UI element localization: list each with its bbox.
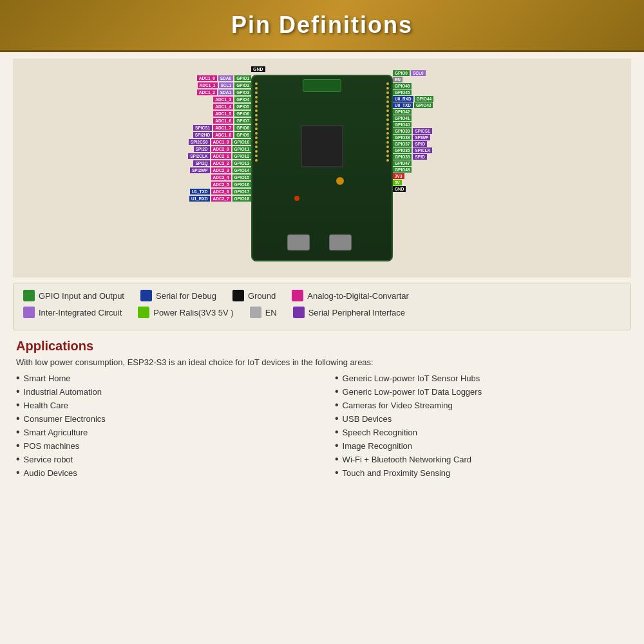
legend-gpio-label: GPIO Input and Output [39, 291, 124, 301]
legend-ground-label: Ground [248, 291, 276, 301]
right-pin-labels: GPIO0 SCL0 EN GPIO46 GPIO45 U0_RXD GPIO4… [393, 65, 535, 271]
list-item: Image Recognition [335, 441, 628, 451]
legend-en-color [250, 307, 261, 318]
gnd-label: GND [251, 66, 265, 72]
list-item: Speech Recognition [335, 428, 628, 437]
legend-serial-color [140, 290, 152, 301]
legend-row-1: GPIO Input and Output Serial for Debug G… [23, 290, 621, 301]
applications-section: Applications With low power consumption,… [13, 334, 631, 487]
list-item: Generic Low-power IoT Data Loggers [335, 387, 628, 397]
applications-description: With low power consumption, ESP32-S3 is … [16, 357, 628, 367]
pcb-chip [301, 125, 343, 167]
left-pin-labels: GND ADC1_0 SDA0 GPIO1 ADC1_1 SCL1 GPIO2 … [109, 65, 251, 271]
pcb-main [251, 75, 393, 261]
app-list-right: Generic Low-power IoT Sensor Hubs Generi… [335, 374, 628, 482]
legend-spi-color [293, 307, 305, 318]
legend-serial: Serial for Debug [140, 290, 216, 301]
legend-i2c: Inter-Integrated Circuit [23, 307, 122, 318]
list-item: Wi-Fi + Bluetooth Networking Card [335, 455, 628, 464]
main-content: GND ADC1_0 SDA0 GPIO1 ADC1_1 SCL1 GPIO2 … [0, 52, 644, 493]
pin-diagram-section: GND ADC1_0 SDA0 GPIO1 ADC1_1 SCL1 GPIO2 … [13, 59, 631, 278]
legend-adc: Analog-to-Digital-Convartar [292, 290, 409, 301]
legend-serial-label: Serial for Debug [156, 291, 216, 301]
applications-title: Applications [16, 339, 628, 354]
legend-section: GPIO Input and Output Serial for Debug G… [13, 283, 631, 330]
legend-power: Power Ralis(3V3 5V ) [138, 307, 233, 318]
legend-power-label: Power Ralis(3V3 5V ) [153, 308, 233, 317]
legend-i2c-label: Inter-Integrated Circuit [39, 308, 122, 317]
legend-i2c-color [23, 307, 35, 318]
list-item: Consumer Electronics [16, 414, 309, 424]
legend-row-2: Inter-Integrated Circuit Power Ralis(3V3… [23, 307, 621, 318]
list-item: Industrial Automation [16, 387, 309, 397]
legend-gpio-color [23, 290, 35, 301]
page-title: Pin Definitions [0, 12, 644, 39]
list-item: Audio Devices [16, 468, 309, 478]
list-item: Smart Agriculture [16, 428, 309, 437]
legend-en: EN [250, 307, 277, 318]
pin-diagram-wrapper: GND ADC1_0 SDA0 GPIO1 ADC1_1 SCL1 GPIO2 … [109, 65, 535, 271]
list-item: Generic Low-power IoT Sensor Hubs [335, 374, 628, 383]
legend-ground-color [232, 290, 244, 301]
legend-en-label: EN [265, 308, 277, 317]
page-header: Pin Definitions [0, 0, 644, 52]
legend-power-color [138, 307, 149, 318]
applications-lists: Smart Home Industrial Automation Health … [16, 374, 628, 482]
list-item: Smart Home [16, 374, 309, 383]
legend-ground: Ground [232, 290, 276, 301]
legend-gpio: GPIO Input and Output [23, 290, 124, 301]
list-item: POS machines [16, 441, 309, 451]
list-item: USB Devices [335, 414, 628, 424]
legend-spi-label: Serial Peripheral Interface [308, 308, 405, 317]
list-item: Health Care [16, 401, 309, 410]
legend-adc-label: Analog-to-Digital-Convartar [307, 291, 409, 301]
legend-adc-color [292, 290, 303, 301]
legend-spi: Serial Peripheral Interface [293, 307, 405, 318]
pcb-board [251, 75, 393, 261]
list-item: Cameras for Video Streaming [335, 401, 628, 410]
app-list-left: Smart Home Industrial Automation Health … [16, 374, 309, 482]
list-item: Touch and Proximity Sensing [335, 468, 628, 478]
usb-port-left [287, 234, 310, 251]
usb-port-right [329, 234, 352, 251]
list-item: Service robot [16, 455, 309, 464]
